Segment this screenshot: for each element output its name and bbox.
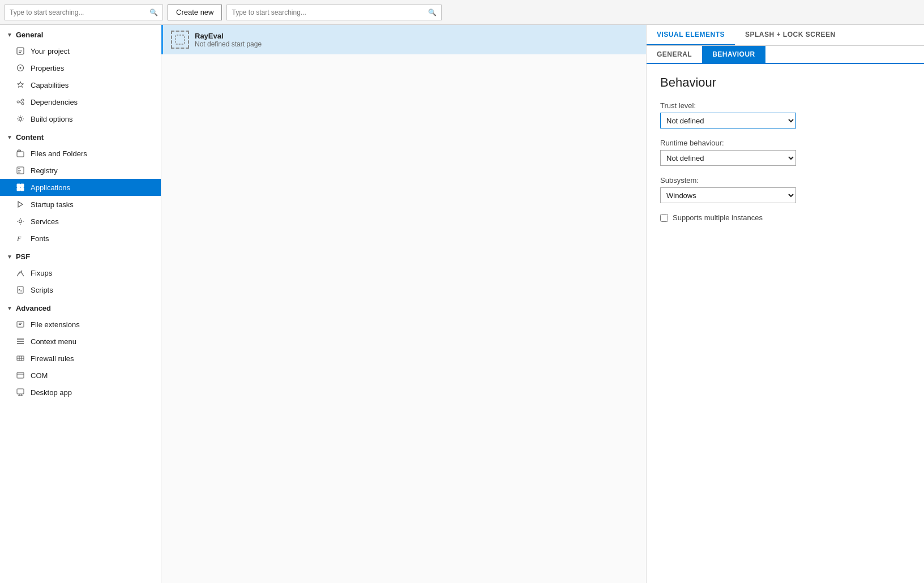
app-entry-name: RayEval bbox=[195, 32, 262, 40]
sidebar-item-your-project-label: Your project bbox=[31, 47, 70, 55]
svg-rect-11 bbox=[17, 184, 20, 187]
supports-multiple-instances-row: Supports multiple instances bbox=[660, 213, 910, 222]
create-new-button[interactable]: Create new bbox=[168, 5, 222, 20]
tab-general[interactable]: GENERAL bbox=[647, 46, 702, 63]
top-bar: 🔍 Create new 🔍 bbox=[0, 0, 924, 25]
svg-line-7 bbox=[19, 102, 22, 104]
tab-behaviour[interactable]: BEHAVIOUR bbox=[702, 46, 765, 63]
scripts-icon bbox=[16, 285, 25, 294]
subsystem-label: Subsystem: bbox=[660, 176, 910, 185]
sidebar-item-startup-tasks[interactable]: Startup tasks bbox=[0, 196, 161, 213]
svg-rect-14 bbox=[21, 188, 24, 191]
svg-rect-30 bbox=[176, 35, 185, 44]
sidebar-item-firewall-rules[interactable]: Firewall rules bbox=[0, 350, 161, 367]
sidebar-section-advanced-label: Advanced bbox=[16, 304, 51, 312]
sidebar-item-dependencies-label: Dependencies bbox=[31, 98, 78, 106]
sidebar-section-content-label: Content bbox=[16, 133, 44, 142]
sidebar-item-capabilities-label: Capabilities bbox=[31, 81, 69, 89]
com-icon bbox=[16, 371, 25, 380]
dependencies-icon bbox=[16, 97, 25, 106]
subsystem-select[interactable]: Windows Console Native bbox=[660, 187, 796, 203]
right-search-input[interactable] bbox=[232, 8, 425, 16]
sidebar-item-registry[interactable]: Registry bbox=[0, 162, 161, 179]
left-search-box[interactable]: 🔍 bbox=[5, 5, 163, 20]
app-entry-info: RayEval Not defined start page bbox=[195, 32, 262, 48]
sidebar-item-dependencies[interactable]: Dependencies bbox=[0, 93, 161, 110]
sidebar-item-files-folders-label: Files and Folders bbox=[31, 149, 87, 158]
sidebar-item-services-label: Services bbox=[31, 217, 59, 226]
right-search-box[interactable]: 🔍 bbox=[226, 5, 442, 20]
sidebar-item-fonts[interactable]: F Fonts bbox=[0, 230, 161, 247]
app-entry-icon bbox=[171, 31, 189, 49]
sidebar-item-build-options-label: Build options bbox=[31, 115, 72, 123]
sidebar-item-your-project[interactable]: Your project bbox=[0, 42, 161, 59]
tab-bar-top: VISUAL ELEMENTS SPLASH + LOCK SCREEN bbox=[647, 25, 924, 46]
file-extensions-icon bbox=[16, 320, 25, 329]
behaviour-title: Behaviour bbox=[660, 75, 910, 90]
sidebar-section-psf[interactable]: ▼ PSF bbox=[0, 247, 161, 264]
app-entry[interactable]: RayEval Not defined start page bbox=[161, 25, 646, 54]
content-arrow-icon: ▼ bbox=[7, 134, 12, 140]
registry-icon bbox=[16, 166, 25, 175]
tab-visual-elements[interactable]: VISUAL ELEMENTS bbox=[647, 25, 735, 45]
runtime-behaviour-label: Runtime behaviour: bbox=[660, 139, 910, 147]
svg-point-4 bbox=[22, 99, 24, 101]
left-search-input[interactable] bbox=[10, 8, 146, 16]
svg-rect-29 bbox=[17, 389, 24, 394]
svg-point-8 bbox=[19, 118, 22, 121]
svg-point-2 bbox=[20, 67, 22, 69]
tab-splash-lock-screen[interactable]: SPLASH + LOCK SCREEN bbox=[735, 25, 846, 45]
general-arrow-icon: ▼ bbox=[7, 32, 12, 38]
fixups-icon bbox=[16, 268, 25, 277]
psf-arrow-icon: ▼ bbox=[7, 254, 12, 260]
svg-rect-9 bbox=[17, 152, 24, 157]
sidebar-item-context-menu[interactable]: Context menu bbox=[0, 333, 161, 350]
services-icon bbox=[16, 217, 25, 226]
trust-level-label: Trust level: bbox=[660, 101, 910, 110]
behaviour-content: Behaviour Trust level: Not defined mediu… bbox=[647, 64, 924, 233]
supports-multiple-instances-label[interactable]: Supports multiple instances bbox=[673, 213, 763, 222]
app-entry-subtitle: Not defined start page bbox=[195, 40, 262, 48]
fonts-icon: F bbox=[16, 234, 25, 243]
sidebar-item-com[interactable]: COM bbox=[0, 367, 161, 384]
sidebar-item-capabilities[interactable]: Capabilities bbox=[0, 76, 161, 93]
main-layout: ▼ General Your project Properties Capabi… bbox=[0, 25, 924, 583]
sidebar-item-com-label: COM bbox=[31, 371, 48, 380]
runtime-behaviour-group: Runtime behaviour: Not defined partialTr… bbox=[660, 139, 910, 166]
right-search-icon: 🔍 bbox=[428, 8, 437, 16]
sidebar-item-build-options[interactable]: Build options bbox=[0, 110, 161, 127]
sidebar-section-advanced[interactable]: ▼ Advanced bbox=[0, 298, 161, 316]
subsystem-group: Subsystem: Windows Console Native bbox=[660, 176, 910, 203]
sidebar-item-applications[interactable]: Applications bbox=[0, 179, 161, 196]
sidebar-item-scripts-label: Scripts bbox=[31, 286, 53, 294]
firewall-rules-icon bbox=[16, 354, 25, 363]
svg-line-20 bbox=[21, 272, 24, 276]
trust-level-group: Trust level: Not defined mediumIL highIL bbox=[660, 101, 910, 128]
svg-point-5 bbox=[22, 102, 24, 105]
sidebar-item-services[interactable]: Services bbox=[0, 213, 161, 230]
sidebar-item-files-and-folders[interactable]: Files and Folders bbox=[0, 145, 161, 162]
sidebar-item-file-extensions[interactable]: File extensions bbox=[0, 316, 161, 333]
right-panel: VISUAL ELEMENTS SPLASH + LOCK SCREEN GEN… bbox=[647, 25, 924, 583]
supports-multiple-instances-checkbox[interactable] bbox=[660, 214, 668, 222]
trust-level-select[interactable]: Not defined mediumIL highIL bbox=[660, 113, 796, 128]
sidebar-item-desktop-app-label: Desktop app bbox=[31, 388, 72, 397]
svg-text:F: F bbox=[16, 235, 22, 243]
sidebar-item-fixups-label: Fixups bbox=[31, 269, 52, 277]
build-options-icon bbox=[16, 114, 25, 123]
sidebar-section-content[interactable]: ▼ Content bbox=[0, 127, 161, 145]
sidebar-item-scripts[interactable]: Scripts bbox=[0, 281, 161, 298]
sidebar-item-properties[interactable]: Properties bbox=[0, 59, 161, 76]
svg-line-6 bbox=[19, 101, 22, 102]
sidebar-item-fixups[interactable]: Fixups bbox=[0, 264, 161, 281]
svg-rect-21 bbox=[18, 286, 23, 293]
sidebar: ▼ General Your project Properties Capabi… bbox=[0, 25, 161, 583]
sidebar-item-context-menu-label: Context menu bbox=[31, 337, 76, 346]
sidebar-section-general[interactable]: ▼ General bbox=[0, 25, 161, 42]
runtime-behaviour-select[interactable]: Not defined partialTrust fullTrust bbox=[660, 150, 796, 166]
sidebar-item-desktop-app[interactable]: Desktop app bbox=[0, 384, 161, 401]
sidebar-item-startup-tasks-label: Startup tasks bbox=[31, 200, 74, 209]
properties-icon bbox=[16, 63, 25, 72]
svg-line-18 bbox=[17, 272, 20, 276]
context-menu-icon bbox=[16, 337, 25, 346]
